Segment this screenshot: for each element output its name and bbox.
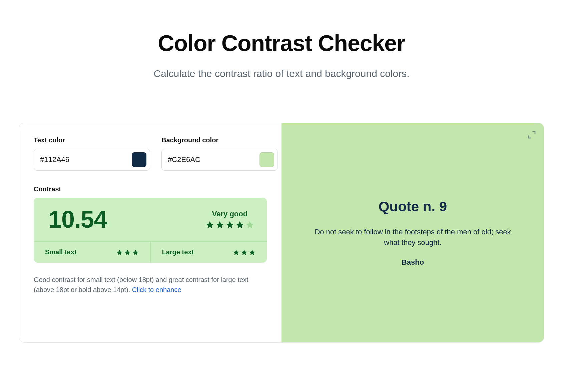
- star-icon: [233, 249, 239, 256]
- preview-title: Quote n. 9: [379, 199, 447, 215]
- star-icon: [245, 220, 254, 229]
- star-icon: [249, 249, 255, 256]
- text-color-swatch[interactable]: [132, 152, 146, 167]
- rating-block: Very good: [205, 210, 254, 229]
- star-icon: [132, 249, 139, 256]
- preview-author: Basho: [402, 258, 424, 267]
- checker-card: Text color Background color Contrast: [19, 123, 544, 343]
- controls-panel: Text color Background color Contrast: [19, 123, 282, 342]
- background-color-swatch[interactable]: [259, 152, 274, 167]
- expand-button[interactable]: [527, 130, 537, 140]
- preview-body: Do not seek to follow in the footsteps o…: [306, 227, 520, 248]
- large-text-label: Large text: [162, 248, 194, 256]
- small-text-stars: [116, 249, 139, 256]
- text-color-input[interactable]: [40, 155, 132, 164]
- star-icon: [205, 220, 214, 229]
- background-color-input[interactable]: [168, 155, 259, 164]
- contrast-description: Good contrast for small text (below 18pt…: [34, 275, 254, 295]
- background-color-field: Background color: [161, 136, 278, 171]
- star-icon: [225, 220, 234, 229]
- expand-icon: [527, 130, 537, 140]
- background-color-input-wrap: [161, 149, 278, 171]
- large-text-stars: [233, 249, 255, 256]
- contrast-section-label: Contrast: [34, 185, 267, 193]
- enhance-link[interactable]: Click to enhance: [132, 286, 181, 293]
- star-icon: [116, 249, 123, 256]
- contrast-ratio-value: 10.54: [48, 206, 107, 233]
- large-text-cell: Large text: [150, 242, 267, 263]
- star-icon: [124, 249, 131, 256]
- text-color-label: Text color: [34, 136, 150, 144]
- star-icon: [215, 220, 224, 229]
- contrast-box: 10.54 Very good Small text Large text: [34, 198, 267, 263]
- text-color-input-wrap: [34, 149, 150, 171]
- page-subtitle: Calculate the contrast ratio of text and…: [0, 68, 563, 79]
- small-text-cell: Small text: [34, 242, 150, 263]
- star-icon: [235, 220, 244, 229]
- rating-stars: [205, 220, 254, 229]
- text-color-field: Text color: [34, 136, 150, 171]
- preview-panel: Quote n. 9 Do not seek to follow in the …: [282, 123, 544, 342]
- page-title: Color Contrast Checker: [0, 30, 563, 56]
- background-color-label: Background color: [161, 136, 278, 144]
- small-text-label: Small text: [45, 248, 76, 256]
- star-icon: [241, 249, 247, 256]
- rating-label: Very good: [205, 210, 254, 218]
